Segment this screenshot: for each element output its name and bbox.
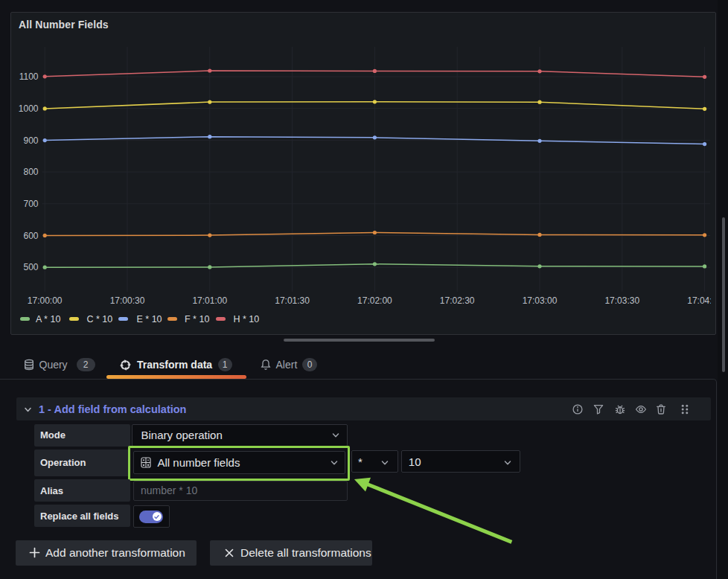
svg-text:600: 600 [23,231,38,241]
svg-text:17:00:30: 17:00:30 [110,295,145,306]
svg-text:700: 700 [23,199,38,209]
svg-text:17:03:30: 17:03:30 [604,295,639,306]
svg-text:1000: 1000 [19,103,39,114]
svg-text:17:02:00: 17:02:00 [357,295,392,306]
svg-text:17:00:00: 17:00:00 [28,295,63,306]
svg-text:800: 800 [23,167,38,177]
svg-text:17:01:00: 17:01:00 [192,295,227,306]
svg-text:17:02:30: 17:02:30 [440,295,475,306]
svg-text:1100: 1100 [19,71,39,82]
svg-text:17:03:00: 17:03:00 [523,295,558,306]
svg-text:500: 500 [23,262,38,272]
svg-text:17:01:30: 17:01:30 [275,295,310,306]
svg-text:900: 900 [23,135,38,146]
